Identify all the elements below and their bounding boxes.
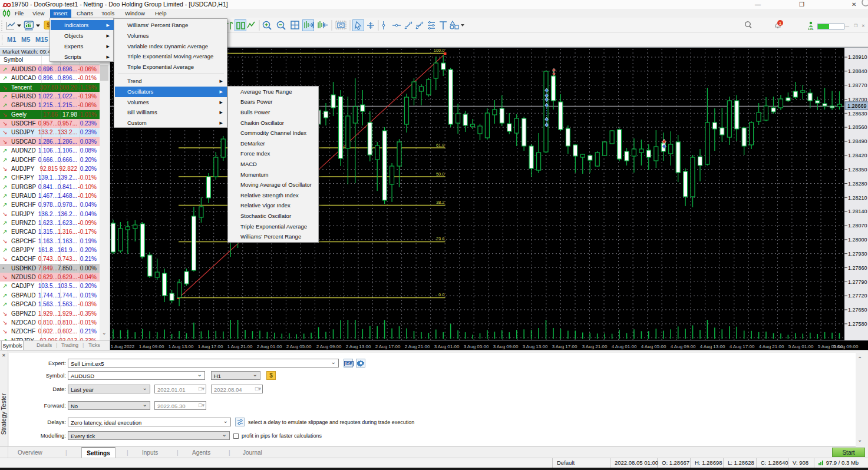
svg-text:4 Aug 01:00: 4 Aug 01:00: [612, 344, 637, 349]
svg-text:1.28910: 1.28910: [848, 54, 867, 60]
svg-text:1.28700: 1.28700: [848, 97, 867, 102]
svg-text:1.28280: 1.28280: [848, 181, 867, 187]
svg-text:4 Aug 05:00: 4 Aug 05:00: [641, 344, 666, 349]
svg-text:50.0: 50.0: [436, 171, 445, 177]
svg-text:1 Aug 13:00: 1 Aug 13:00: [169, 344, 194, 349]
svg-text:1.27650: 1.27650: [848, 307, 867, 313]
svg-text:2 Aug 13:00: 2 Aug 13:00: [346, 344, 371, 349]
svg-text:1.28630: 1.28630: [848, 111, 867, 117]
svg-text:1.28420: 1.28420: [848, 153, 867, 158]
svg-text:LVL: LVL: [808, 27, 813, 31]
svg-text:1: 1: [779, 21, 782, 26]
svg-text:1.28490: 1.28490: [848, 138, 867, 144]
svg-text:1.27860: 1.27860: [848, 265, 867, 271]
svg-text:1.28560: 1.28560: [848, 124, 867, 130]
svg-text:100.0: 100.0: [434, 48, 445, 53]
svg-text:1.28000: 1.28000: [848, 237, 867, 243]
svg-text:3 Aug 01:00: 3 Aug 01:00: [434, 344, 460, 349]
svg-text:3 Aug 17:00: 3 Aug 17:00: [552, 344, 577, 349]
svg-text:3 Aug 09:00: 3 Aug 09:00: [493, 344, 519, 349]
svg-text:2 Aug 05:00: 2 Aug 05:00: [286, 344, 312, 349]
svg-text:3 Aug 21:00: 3 Aug 21:00: [582, 344, 608, 349]
svg-text:3 Aug 05:00: 3 Aug 05:00: [464, 344, 489, 349]
svg-text:5 Aug 09:00: 5 Aug 09:00: [833, 344, 859, 349]
svg-text:4 Aug 21:00: 4 Aug 21:00: [759, 344, 784, 349]
svg-text:2 Aug 21:00: 2 Aug 21:00: [405, 344, 430, 349]
svg-text:2 Aug 09:00: 2 Aug 09:00: [316, 344, 342, 349]
svg-text:1.27720: 1.27720: [848, 293, 867, 299]
svg-text:2 Aug 01:00: 2 Aug 01:00: [257, 344, 282, 349]
svg-text:1.28350: 1.28350: [848, 167, 867, 173]
svg-text:2 Aug 17:00: 2 Aug 17:00: [375, 344, 401, 349]
svg-text:1.27580: 1.27580: [848, 321, 867, 327]
svg-text:1 Aug 09:00: 1 Aug 09:00: [139, 344, 164, 349]
svg-text:1.28840: 1.28840: [848, 68, 867, 74]
svg-text:4 Aug 17:00: 4 Aug 17:00: [730, 344, 755, 349]
svg-text:1.28210: 1.28210: [848, 195, 867, 201]
svg-text:1 Aug 2022: 1 Aug 2022: [111, 344, 135, 349]
svg-text:1.28669: 1.28669: [847, 103, 867, 109]
svg-text:3 Aug 13:00: 3 Aug 13:00: [523, 344, 548, 349]
svg-text:1 Aug 21:00: 1 Aug 21:00: [227, 344, 253, 349]
svg-text:61.8: 61.8: [436, 143, 445, 148]
svg-text:1.27930: 1.27930: [848, 251, 867, 257]
svg-text:0.0: 0.0: [438, 292, 444, 297]
svg-text:1.28770: 1.28770: [848, 82, 867, 88]
svg-text:1.27790: 1.27790: [848, 279, 867, 285]
svg-text:4 Aug 13:00: 4 Aug 13:00: [700, 344, 725, 349]
svg-text:1.28070: 1.28070: [848, 223, 867, 229]
svg-text:1 Aug 17:00: 1 Aug 17:00: [198, 344, 223, 349]
svg-text:23.6: 23.6: [436, 236, 445, 241]
svg-text:4 Aug 09:00: 4 Aug 09:00: [671, 344, 696, 349]
svg-text:5 Aug 01:00: 5 Aug 01:00: [788, 344, 814, 349]
svg-text:1.28140: 1.28140: [848, 208, 867, 214]
svg-text:38.2: 38.2: [436, 200, 445, 205]
